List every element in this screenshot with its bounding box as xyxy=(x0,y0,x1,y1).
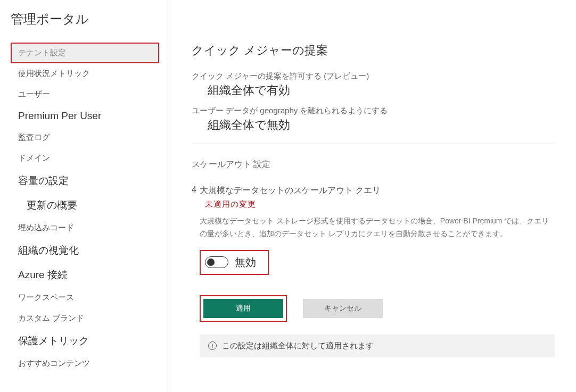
toggle-switch[interactable] xyxy=(205,256,228,268)
scaleout-content: 大規模なデータセットのスケールアウト クエリ 未適用の変更 大規模なデータセット… xyxy=(200,185,555,357)
toggle-knob xyxy=(207,258,215,266)
nav-item-org-visuals[interactable]: 組織の視覚化 xyxy=(11,238,159,263)
nav-item-custom-brand[interactable]: カスタム ブランド xyxy=(11,308,159,329)
toggle-row: 無効 xyxy=(200,250,269,275)
nav-item-users[interactable]: ユーザー xyxy=(11,84,159,105)
cancel-button[interactable]: キャンセル xyxy=(303,299,383,318)
info-bar: i この設定は組織全体に対して適用されます xyxy=(200,335,555,357)
nav-item-embed-codes[interactable]: 埋め込みコード xyxy=(11,218,159,238)
nav-item-featured-content[interactable]: おすすめコンテンツ xyxy=(11,353,159,374)
subsection-title: スケールアウト 設定 xyxy=(192,159,555,170)
nav-list: テナント設定 使用状況メトリック ユーザー Premium Per User 監… xyxy=(11,43,159,374)
nav-item-premium-per-user[interactable]: Premium Per User xyxy=(11,105,159,127)
apply-highlight: 適用 xyxy=(200,295,287,322)
nav-item-azure-connections[interactable]: Azure 接続 xyxy=(11,263,159,287)
nav-item-capacity-settings[interactable]: 容量の設定 xyxy=(11,169,159,193)
setting-label: クイック メジャーの提案を許可する (プレビュー) xyxy=(192,71,555,81)
nav-item-protection-metrics[interactable]: 保護メトリック xyxy=(11,329,159,353)
setting-geography-data[interactable]: ユーザー データが geography を離れられるようにする 組織全体で無効 xyxy=(192,106,555,133)
scaleout-description: 大規模なデータセット ストレージ形式を使用するデータセットの場合、Power B… xyxy=(200,215,555,240)
section-title: クイック メジャーの提案 xyxy=(192,43,555,59)
nav-item-usage-metrics[interactable]: 使用状況メトリック xyxy=(11,63,159,84)
scaleout-heading[interactable]: 大規模なデータセットのスケールアウト クエリ xyxy=(200,185,555,196)
page-title: 管理ポータル xyxy=(11,11,159,28)
toggle-label: 無効 xyxy=(235,255,256,270)
scaleout-setting: 4 大規模なデータセットのスケールアウト クエリ 未適用の変更 大規模なデータセ… xyxy=(192,185,555,357)
main-content: クイック メジャーの提案 クイック メジャーの提案を許可する (プレビュー) 組… xyxy=(170,0,576,392)
divider xyxy=(192,144,555,144)
button-row: 適用 キャンセル xyxy=(200,295,555,322)
scaleout-warning: 未適用の変更 xyxy=(205,199,555,210)
apply-button[interactable]: 適用 xyxy=(203,299,283,318)
setting-allow-quick-measure[interactable]: クイック メジャーの提案を許可する (プレビュー) 組織全体で有効 xyxy=(192,71,555,98)
sidebar: 管理ポータル テナント設定 使用状況メトリック ユーザー Premium Per… xyxy=(0,0,170,392)
setting-label: ユーザー データが geography を離れられるようにする xyxy=(192,106,555,116)
nav-item-audit-log[interactable]: 監査ログ xyxy=(11,127,159,148)
scaleout-index: 4 xyxy=(192,185,196,357)
nav-item-refresh-summary[interactable]: 更新の概要 xyxy=(11,193,159,218)
info-icon: i xyxy=(208,341,217,350)
info-text: この設定は組織全体に対して適用されます xyxy=(222,341,374,351)
nav-item-workspaces[interactable]: ワークスペース xyxy=(11,287,159,308)
setting-value: 組織全体で無効 xyxy=(208,117,555,133)
nav-item-tenant-settings[interactable]: テナント設定 xyxy=(11,43,159,63)
setting-value: 組織全体で有効 xyxy=(208,82,555,98)
nav-item-domain[interactable]: ドメイン xyxy=(11,148,159,169)
